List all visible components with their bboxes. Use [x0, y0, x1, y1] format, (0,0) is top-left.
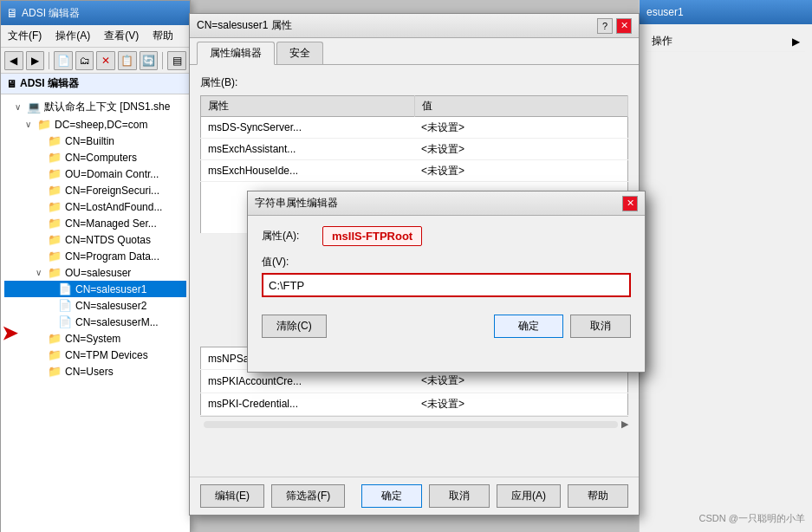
tab-attribute-editor[interactable]: 属性编辑器	[197, 42, 275, 65]
tree-label: CN=NTDS Quotas	[65, 234, 151, 246]
attr-val: <未设置>	[414, 117, 628, 139]
str-body: 属性(A): msIIS-FTPRoot 值(V):	[248, 216, 645, 308]
toolbar-new[interactable]: 🗂	[75, 51, 94, 70]
tree-label: CN=ForeignSecuri...	[65, 185, 159, 197]
tree-item-managed-serv[interactable]: 📁 CN=Managed Ser...	[4, 215, 186, 231]
tree-item-users[interactable]: 📁 CN=Users	[4, 363, 186, 380]
tree-header: 🖥 ADSI 编辑器	[1, 74, 190, 94]
expand-icon: ∨	[36, 268, 44, 277]
right-panel-title: esuser1	[646, 6, 684, 18]
str-attr-row: 属性(A): msIIS-FTPRoot	[262, 226, 631, 246]
tree-item-salesuser2[interactable]: 📄 CN=salesuser2	[4, 297, 186, 314]
tree-item-ntds-quotas[interactable]: 📁 CN=NTDS Quotas	[4, 231, 186, 248]
filter-button[interactable]: 筛选器(F)	[271, 484, 345, 508]
attr-val: <未设置>	[414, 160, 628, 182]
table-row[interactable]: msDS-SyncServer... <未设置>	[201, 117, 628, 139]
toolbar-delete[interactable]: ✕	[96, 51, 115, 70]
tree-label: CN=Program Data...	[65, 250, 159, 263]
tree-item-ou-salesuser[interactable]: ∨ 📁 OU=salesuser	[4, 264, 186, 281]
folder-icon: 📄	[58, 315, 72, 328]
apply-button[interactable]: 应用(A)	[497, 484, 561, 508]
tab-security[interactable]: 安全	[276, 42, 323, 64]
tree-item-builtin[interactable]: 📁 CN=Builtin	[4, 133, 186, 149]
toolbar-properties[interactable]: 📋	[118, 51, 137, 70]
tree-item-computers[interactable]: 📁 CN=Computers	[4, 149, 186, 165]
tree-label: 默认命名上下文 [DNS1.she	[44, 100, 170, 114]
props-title-text: CN=salesuser1 属性	[197, 18, 292, 33]
toolbar-forward[interactable]: ▶	[26, 51, 45, 70]
props-question-btn[interactable]: ?	[597, 18, 613, 34]
col-val: 值	[414, 96, 628, 117]
right-panel-section-label: 操作	[652, 34, 672, 49]
props-close-btn[interactable]: ✕	[616, 18, 632, 34]
folder-icon: 💻	[27, 101, 41, 114]
str-cancel-btn[interactable]: 取消	[570, 315, 631, 338]
watermark: CSDN @一只聪明的小羊	[699, 512, 805, 525]
tree-label: DC=sheep,DC=com	[55, 119, 147, 131]
tree-header-icon: 🖥	[6, 78, 16, 90]
str-value-input[interactable]	[262, 273, 631, 297]
adsi-titlebar: 🖥 ADSI 编辑器	[1, 1, 190, 25]
adsi-tree[interactable]: ∨ 💻 默认命名上下文 [DNS1.she ∨ 📁 DC=sheep,DC=co…	[1, 94, 190, 532]
expand-icon: ∨	[25, 120, 34, 129]
tree-item-lost-found[interactable]: 📁 CN=LostAndFound...	[4, 198, 186, 215]
toolbar-extra[interactable]: ▤	[167, 51, 186, 70]
tree-item-system[interactable]: 📁 CN=System	[4, 330, 186, 347]
folder-icon: 📁	[48, 365, 62, 378]
attr-name: msExchAssistant...	[201, 139, 415, 160]
tree-item-tpm-devices[interactable]: 📁 CN=TPM Devices	[4, 347, 186, 363]
tree-label: CN=System	[65, 333, 120, 345]
toolbar-up[interactable]: 📄	[54, 51, 73, 70]
tree-label: CN=Managed Ser...	[65, 217, 157, 230]
attr-val: <未设置>	[414, 393, 628, 415]
menu-help[interactable]: 帮助	[149, 27, 177, 45]
tree-label: CN=LostAndFound...	[65, 201, 162, 213]
folder-icon: 📁	[48, 134, 62, 147]
str-footer: 清除(C) 确定 取消	[248, 308, 645, 338]
tree-label: CN=salesuserM...	[75, 316, 159, 328]
tree-item-salesuser1[interactable]: 📄 CN=salesuser1	[4, 281, 186, 297]
props-title-buttons: ? ✕	[597, 18, 632, 34]
folder-icon: 📁	[37, 118, 51, 131]
tree-item-salesuserM[interactable]: 📄 CN=salesuserM...	[4, 314, 186, 330]
adsi-toolbar: ◀ ▶ 📄 🗂 ✕ 📋 🔄 ▤	[1, 48, 190, 74]
right-panel-arrow: ▶	[792, 36, 800, 48]
tree-item-dc-sheep[interactable]: ∨ 📁 DC=sheep,DC=com	[4, 116, 186, 133]
str-dialog: 字符串属性编辑器 ✕ 属性(A): msIIS-FTPRoot 值(V): 清除…	[247, 191, 646, 373]
table-row[interactable]: msExchHouseIde... <未设置>	[201, 160, 628, 182]
table-row[interactable]: msPKIAccountCre... <未设置>	[201, 370, 628, 393]
right-panel-section: 操作 ▶	[646, 31, 805, 52]
props-footer-right: 确定 取消 应用(A) 帮助	[361, 484, 628, 508]
edit-button[interactable]: 编辑(E)	[200, 484, 264, 508]
str-clear-btn[interactable]: 清除(C)	[262, 315, 327, 338]
cancel-button[interactable]: 取消	[429, 484, 490, 508]
menu-view[interactable]: 查看(V)	[101, 27, 142, 45]
toolbar-refresh[interactable]: 🔄	[140, 51, 159, 70]
attr-name: msPKIAccountCre...	[201, 370, 415, 393]
toolbar-back[interactable]: ◀	[4, 51, 23, 70]
tree-item-foreign-securi[interactable]: 📁 CN=ForeignSecuri...	[4, 182, 186, 198]
tree-item-domain-contr[interactable]: 📁 OU=Domain Contr...	[4, 165, 186, 182]
tree-item-program-data[interactable]: 📁 CN=Program Data...	[4, 248, 186, 264]
str-ok-btn[interactable]: 确定	[494, 315, 563, 338]
ok-button[interactable]: 确定	[361, 484, 422, 508]
props-tabs: 属性编辑器 安全	[190, 38, 639, 65]
menu-file[interactable]: 文件(F)	[4, 27, 45, 45]
str-close-btn[interactable]: ✕	[622, 196, 638, 211]
table-row[interactable]: msPKI-Credential... <未设置>	[201, 393, 628, 415]
help-button[interactable]: 帮助	[568, 484, 628, 508]
red-arrow: ➤	[2, 322, 17, 345]
adsi-title-text: ADSI 编辑器	[22, 6, 80, 21]
tree-item-default-naming[interactable]: ∨ 💻 默认命名上下文 [DNS1.she	[4, 98, 186, 116]
col-attr: 属性	[201, 96, 415, 117]
attr-name: msDS-SyncServer...	[201, 117, 415, 139]
menu-action[interactable]: 操作(A)	[52, 27, 94, 45]
tree-header-label: ADSI 编辑器	[20, 76, 79, 91]
str-title-text: 字符串属性编辑器	[255, 196, 338, 211]
props-footer-left: 编辑(E) 筛选器(F)	[200, 484, 345, 508]
folder-icon: 📁	[48, 151, 62, 164]
props-footer: 编辑(E) 筛选器(F) 确定 取消 应用(A) 帮助	[190, 477, 639, 515]
tree-label: CN=TPM Devices	[65, 349, 148, 361]
table-row[interactable]: msExchAssistant... <未设置>	[201, 139, 628, 160]
str-value-label: 值(V):	[262, 255, 631, 269]
